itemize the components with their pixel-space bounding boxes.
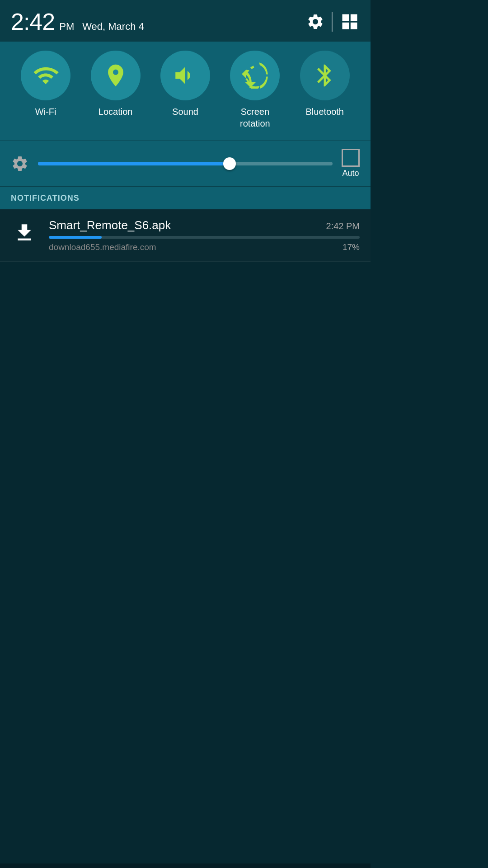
wifi-button[interactable] [21,51,70,100]
notification-list: Smart_Remote_S6.apk 2:42 PM download655.… [0,209,371,262]
notification-top-row: Smart_Remote_S6.apk 2:42 PM [49,218,360,232]
brightness-icon [11,155,29,173]
notifications-header: NOTIFICATIONS [0,186,371,209]
notification-icon-wrap [11,218,38,245]
brightness-fill [38,162,230,165]
quick-setting-sound: Sound [154,51,217,118]
auto-label: Auto [342,169,359,178]
notification-time: 2:42 PM [326,221,360,231]
grid-icon[interactable] [340,12,360,32]
location-button[interactable] [91,51,141,100]
wifi-label: Wi-Fi [35,106,56,118]
bluetooth-icon [312,62,338,89]
quick-setting-rotation: Screen rotation [223,51,286,129]
background-area [0,262,371,658]
status-divider [332,12,333,32]
rotation-button[interactable] [230,51,280,100]
notification-file-name: Smart_Remote_S6.apk [49,218,171,232]
quick-setting-wifi: Wi-Fi [14,51,77,118]
quick-setting-location: Location [84,51,147,118]
location-icon [103,62,129,89]
notification-item[interactable]: Smart_Remote_S6.apk 2:42 PM download655.… [0,209,371,262]
notification-content: Smart_Remote_S6.apk 2:42 PM download655.… [49,218,360,252]
notification-bottom-row: download655.mediafire.com 17% [49,242,360,252]
clock-period: PM [59,21,74,33]
brightness-row: Auto [0,140,371,186]
quick-setting-bluetooth: Bluetooth [293,51,357,118]
brightness-slider[interactable] [38,162,333,165]
notifications-title: NOTIFICATIONS [11,193,80,203]
bluetooth-label: Bluetooth [305,106,344,118]
sound-icon [172,62,198,89]
sound-button[interactable] [160,51,210,100]
auto-checkbox[interactable] [342,149,360,167]
notification-url: download655.mediafire.com [49,242,156,252]
sound-label: Sound [172,106,198,118]
clock-time: 2:42 [11,8,55,35]
settings-icon[interactable] [306,13,324,31]
quick-icons-row: Wi-Fi Location Sound [11,51,360,129]
status-right [306,12,360,32]
download-progress-fill [49,236,102,239]
wifi-icon [33,62,59,89]
bluetooth-button[interactable] [300,51,350,100]
location-label: Location [99,106,133,118]
status-left: 2:42 PM Wed, March 4 [11,8,144,35]
notification-percent: 17% [343,242,360,252]
download-progress-bar [49,236,360,239]
date-label: Wed, March 4 [82,21,144,33]
screen-rotation-icon [242,62,268,89]
brightness-thumb [223,157,236,170]
auto-brightness-toggle[interactable]: Auto [342,149,360,178]
status-bar: 2:42 PM Wed, March 4 [0,0,371,42]
rotation-label: Screen rotation [228,106,282,129]
quick-settings-panel: Wi-Fi Location Sound [0,42,371,140]
download-icon [13,222,36,244]
